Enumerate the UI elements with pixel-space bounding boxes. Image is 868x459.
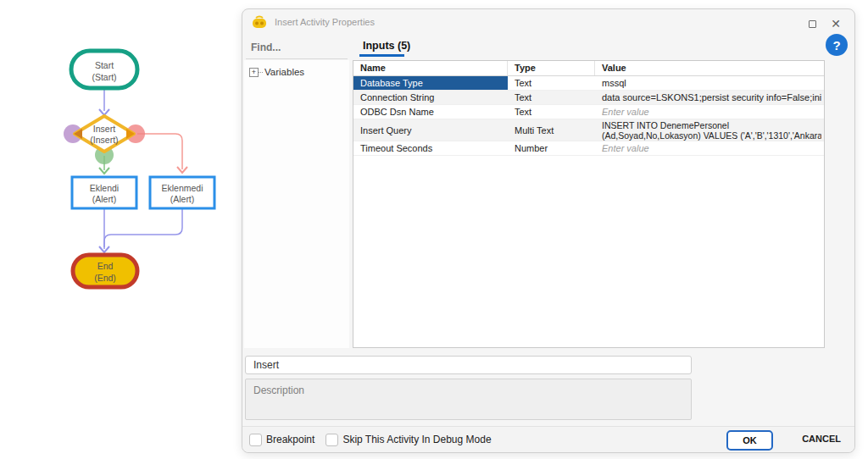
node-insert-sublabel: (Insert) <box>90 135 118 145</box>
row-value-line2: (Ad,Soyad,No,Lokasyon) VALUES ('A','B','… <box>602 130 821 141</box>
row-type: Number <box>508 141 595 155</box>
tab-inputs[interactable]: Inputs (5) <box>363 40 410 52</box>
help-icon: ? <box>832 38 840 53</box>
dialog-footer: Breakpoint Skip This Activity In Debug M… <box>242 426 854 452</box>
row-value[interactable]: INSERT INTO DenemePersonel (Ad,Soyad,No,… <box>595 119 821 141</box>
row-value-placeholder[interactable]: Enter value <box>595 105 821 119</box>
node-start-label: Start <box>95 60 114 70</box>
column-header-value[interactable]: Value <box>595 61 821 75</box>
row-name: Timeout Seconds <box>353 141 508 155</box>
node-end[interactable]: End (End) <box>73 255 137 287</box>
tab-active-underline <box>359 54 404 57</box>
table-header-row: Name Type Value <box>353 61 824 76</box>
checkbox-icon[interactable] <box>249 434 262 446</box>
ok-button[interactable]: OK <box>726 430 773 451</box>
node-end-sublabel: (End) <box>94 273 116 283</box>
skip-debug-checkbox[interactable]: Skip This Activity In Debug Mode <box>326 434 491 446</box>
node-start-sublabel: (Start) <box>92 72 116 82</box>
row-type: Text <box>508 76 595 90</box>
table-row[interactable]: Insert Query Multi Text INSERT INTO Dene… <box>353 119 824 141</box>
dialog-title: Insert Activity Properties <box>275 17 375 27</box>
node-end-label: End <box>97 261 114 271</box>
activity-name-input[interactable] <box>245 356 692 374</box>
row-value[interactable]: data source=LSKONS1;persist security inf… <box>595 91 821 104</box>
node-eklenmedi[interactable]: Eklenmedi (Alert) <box>150 177 214 208</box>
row-value-line1: INSERT INTO DenemePersonel <box>602 120 729 130</box>
row-value[interactable]: mssql <box>595 76 821 90</box>
breakpoint-label: Breakpoint <box>266 434 314 445</box>
node-insert[interactable]: Insert (Insert) <box>74 116 135 152</box>
row-type: Multi Text <box>508 119 595 141</box>
node-eklendi-label: Eklendi <box>90 183 119 193</box>
tree-item-label: Variables <box>264 67 304 77</box>
description-textarea[interactable] <box>245 379 692 420</box>
workflow-designer-screen: Start (Start) Insert (Insert) Eklendi (A… <box>0 0 868 459</box>
help-button[interactable]: ? <box>826 34 848 56</box>
row-name: Insert Query <box>353 119 508 141</box>
table-row[interactable]: ODBC Dsn Name Text Enter value <box>353 105 824 119</box>
node-eklendi-sublabel: (Alert) <box>92 194 117 204</box>
robot-icon <box>251 15 268 29</box>
find-input[interactable] <box>251 41 346 53</box>
variables-tree-panel: + Variables <box>244 60 349 348</box>
node-eklenmedi-label: Eklenmedi <box>161 183 203 193</box>
insert-activity-properties-dialog: Insert Activity Properties ✕ ? + Variabl… <box>242 8 855 453</box>
breakpoint-checkbox[interactable]: Breakpoint <box>249 434 314 446</box>
checkbox-icon[interactable] <box>326 434 338 446</box>
close-icon[interactable]: ✕ <box>829 17 843 30</box>
row-value-placeholder[interactable]: Enter value <box>595 141 821 155</box>
workflow-canvas: Start (Start) Insert (Insert) Eklendi (A… <box>0 0 237 459</box>
dialog-titlebar[interactable]: Insert Activity Properties <box>242 9 854 35</box>
edge-start-to-insert <box>99 89 109 115</box>
table-row[interactable]: Database Type Text mssql <box>353 76 824 91</box>
column-header-type[interactable]: Type <box>508 61 595 75</box>
expand-icon[interactable]: + <box>249 68 259 77</box>
skip-debug-label: Skip This Activity In Debug Mode <box>342 434 491 445</box>
node-insert-label: Insert <box>93 124 115 134</box>
edge-insert-to-eklenmedi <box>137 134 187 173</box>
cancel-button[interactable]: CANCEL <box>802 434 841 444</box>
edge-eklenmedi-to-end <box>104 209 182 247</box>
maximize-icon[interactable] <box>805 17 819 30</box>
row-name: Connection String <box>353 91 508 104</box>
find-separator <box>246 58 348 59</box>
column-header-name[interactable]: Name <box>353 61 508 75</box>
tree-item-variables[interactable]: + Variables <box>249 67 304 77</box>
node-eklenmedi-sublabel: (Alert) <box>170 194 195 204</box>
tree-connector <box>259 72 263 73</box>
node-start[interactable]: Start (Start) <box>71 51 137 88</box>
table-row[interactable]: Timeout Seconds Number Enter value <box>353 141 824 156</box>
row-type: Text <box>508 105 595 119</box>
row-type: Text <box>508 91 595 104</box>
row-name: ODBC Dsn Name <box>353 105 508 119</box>
row-name: Database Type <box>353 76 508 90</box>
node-eklendi[interactable]: Eklendi (Alert) <box>72 177 136 208</box>
inputs-table: Name Type Value Database Type Text mssql… <box>353 60 825 348</box>
table-row[interactable]: Connection String Text data source=LSKON… <box>353 91 824 105</box>
